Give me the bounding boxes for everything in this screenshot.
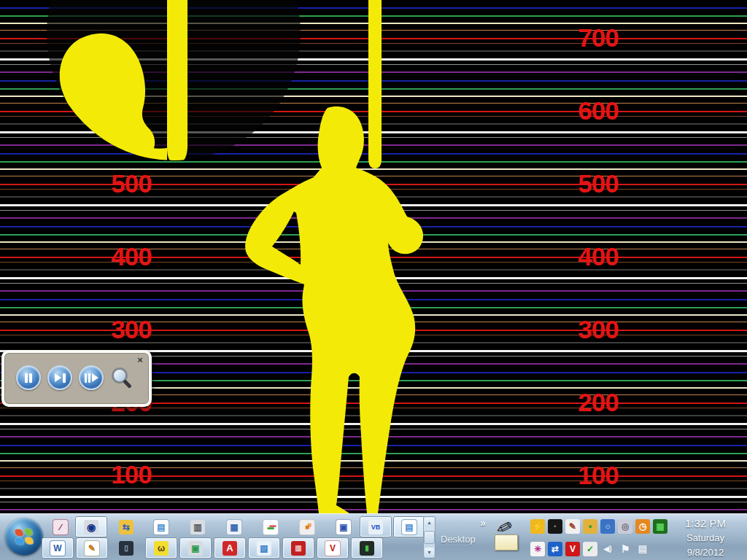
- clock[interactable]: 1:32 PM Saturday 9/8/2012: [667, 516, 743, 560]
- teamviewer-icon: ⇄: [548, 542, 562, 556]
- playback-buttons: [16, 365, 132, 390]
- tray-green-grid[interactable]: ▦: [653, 519, 667, 534]
- desktop-screen: 500400300200100 700600500400300200100 ×: [0, 0, 747, 560]
- tray-v-shield[interactable]: V: [565, 542, 580, 556]
- tray-network[interactable]: ▤: [635, 542, 650, 556]
- clock-day: Saturday: [667, 531, 743, 545]
- v-shield-icon: V: [565, 542, 580, 556]
- green-grid-icon: ▦: [653, 519, 667, 534]
- clock-time: 1:32 PM: [667, 516, 743, 531]
- taskbar: ∕◉⇆▤▥▦▬■▣VB▤W✎▯ω▣A▧▥V▮ ▲ ▼ » Desktop ✎ ⚡…: [0, 513, 747, 560]
- tray-cd-disc[interactable]: ◎: [618, 519, 632, 534]
- usb-device-icon: ✓: [583, 542, 597, 556]
- person-silhouette: [245, 106, 423, 513]
- tray-pinwheel[interactable]: ✳: [530, 542, 545, 556]
- cd-disc-icon: ◎: [618, 519, 632, 534]
- speaker-icon: ◀): [600, 542, 615, 556]
- action-center-flag-icon: ⚑: [618, 542, 632, 556]
- tray-clock-app[interactable]: ◷: [635, 519, 650, 534]
- playback-control-panel: ×: [1, 350, 152, 407]
- network-icon: ▤: [635, 542, 650, 556]
- pinwheel-icon: ✳: [530, 542, 545, 556]
- skip-next-button[interactable]: [47, 365, 72, 390]
- magnifier-tool-button[interactable]: [110, 367, 132, 389]
- skip-next-icon: [55, 373, 61, 382]
- video-overlay-area: 500400300200100 700600500400300200100 ×: [0, 0, 747, 513]
- pc-suite-icon: ⚡: [530, 519, 545, 534]
- tray-pc-suite[interactable]: ⚡: [530, 519, 545, 534]
- console-icon: ▪: [548, 519, 562, 534]
- tray-blue-orb[interactable]: ○: [600, 519, 615, 534]
- tray-paintbrush[interactable]: ✎: [565, 519, 580, 534]
- gold-shield-icon: ●: [583, 519, 597, 534]
- system-tray: ⚡▪✎●○◎◷▦✳⇄V✓◀)⚑▤: [0, 514, 747, 560]
- tray-speaker[interactable]: ◀): [600, 542, 615, 556]
- tray-action-center-flag[interactable]: ⚑: [618, 542, 632, 556]
- tray-console[interactable]: ▪: [548, 519, 562, 534]
- blue-orb-icon: ○: [600, 519, 615, 534]
- pause-icon: [25, 373, 28, 383]
- step-forward-button[interactable]: [79, 365, 104, 390]
- step-forward-icon: [85, 373, 87, 383]
- analysis-overlay: [0, 0, 747, 513]
- clock-app-icon: ◷: [635, 519, 650, 534]
- clock-date: 9/8/2012: [667, 545, 743, 560]
- magnified-pole: [167, 0, 187, 164]
- close-icon[interactable]: ×: [134, 354, 146, 366]
- paintbrush-icon: ✎: [565, 519, 580, 534]
- pause-button[interactable]: [16, 365, 41, 390]
- tray-gold-shield[interactable]: ●: [583, 519, 597, 534]
- tray-teamviewer[interactable]: ⇄: [548, 542, 562, 556]
- tray-usb-device[interactable]: ✓: [583, 542, 597, 556]
- pole: [368, 0, 382, 168]
